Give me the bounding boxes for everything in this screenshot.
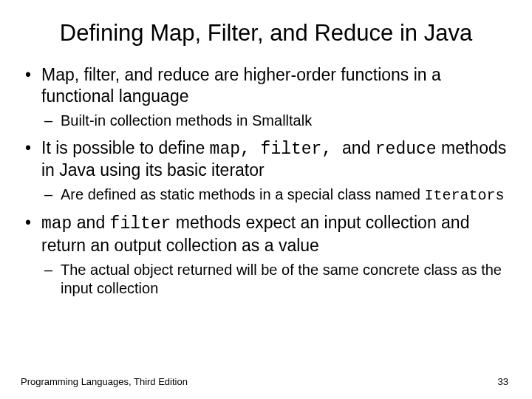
code-iterators: Iterators [424, 187, 504, 204]
b2-part-a: It is possible to define [41, 138, 210, 157]
bullet-1-text: Map, filter, and reduce are higher-order… [41, 65, 441, 106]
code-filter-2: filter [110, 214, 171, 233]
bullet-1: Map, filter, and reduce are higher-order… [21, 64, 511, 130]
sub-1-1: Built-in collection methods in Smalltalk [41, 112, 511, 130]
b3-part-a: and [72, 213, 109, 232]
page-number: 33 [498, 376, 508, 387]
bullet-3: map and filter methods expect an input c… [21, 212, 511, 298]
sub-list-3: The actual object returned will be of th… [41, 261, 511, 298]
s2-part-a: Are defined as static methods in a speci… [61, 186, 424, 202]
code-map-2: map [41, 214, 72, 233]
bullet-2: It is possible to define map, filter, an… [21, 137, 511, 205]
sub-list-1: Built-in collection methods in Smalltalk [41, 112, 511, 130]
b2-sep2: , [321, 140, 342, 159]
bullet-list: Map, filter, and reduce are higher-order… [21, 64, 511, 298]
sub-list-2: Are defined as static methods in a speci… [41, 185, 511, 205]
sub-3-1: The actual object returned will be of th… [41, 261, 511, 298]
slide: Defining Map, Filter, and Reduce in Java… [0, 0, 532, 399]
sub-2-1: Are defined as static methods in a speci… [41, 185, 511, 205]
code-map: map [210, 140, 240, 159]
footer-left: Programming Languages, Third Edition [21, 376, 188, 387]
code-filter: filter [261, 140, 322, 159]
b2-part-b: and [342, 138, 375, 157]
b2-sep: , [240, 140, 261, 159]
code-reduce: reduce [375, 140, 437, 159]
slide-title: Defining Map, Filter, and Reduce in Java [50, 19, 482, 47]
